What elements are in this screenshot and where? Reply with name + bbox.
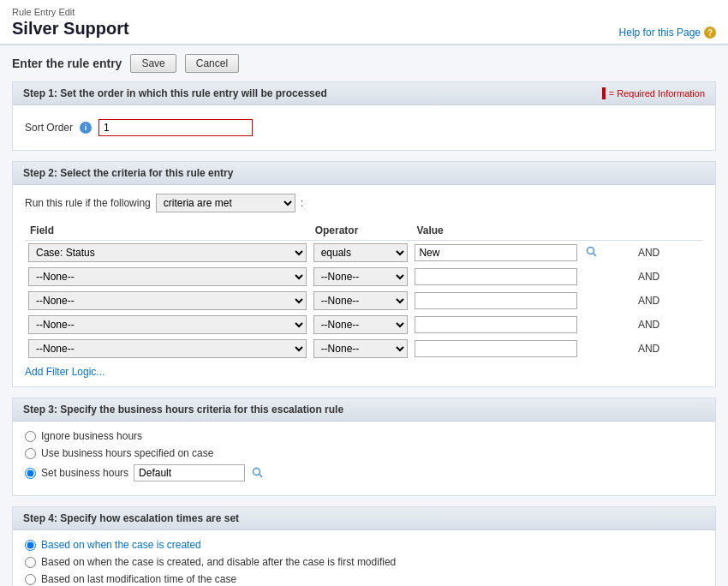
step4-body: Based on when the case is created Based …	[13, 530, 715, 586]
operator-select-1[interactable]: --None--	[313, 267, 409, 286]
col-header-operator: Operator	[310, 221, 412, 241]
business-hours-input[interactable]	[134, 464, 245, 481]
sort-order-info-icon[interactable]: i	[80, 122, 92, 134]
step4-header: Step 4: Specify how escalation times are…	[13, 507, 715, 530]
and-label-4: AND	[635, 343, 659, 355]
col-header-and	[631, 221, 703, 241]
main-content: Enter the rule entry Save Cancel Step 1:…	[0, 45, 728, 586]
operator-select-0[interactable]: equals	[313, 243, 409, 262]
help-link[interactable]: Help for this Page ?	[619, 27, 716, 39]
step3-radio-case: Use business hours specified on case	[25, 447, 703, 459]
and-label-3: AND	[635, 319, 659, 331]
table-row: --None----None--AND	[25, 313, 703, 337]
radio-use-case-business-hours[interactable]	[25, 448, 36, 459]
required-text: = Required Information	[609, 88, 705, 99]
criteria-row: Run this rule if the following criteria …	[25, 194, 703, 212]
svg-point-0	[588, 248, 594, 254]
table-row: Case: Statusequals AND	[25, 241, 703, 266]
step4-radio-created-modified: Based on when the case is created, and d…	[25, 556, 703, 568]
and-label-2: AND	[635, 295, 659, 307]
operator-select-2[interactable]: --None--	[313, 291, 409, 310]
add-filter-logic-link[interactable]: Add Filter Logic...	[25, 366, 104, 378]
radio-based-on-last-modified[interactable]	[25, 574, 36, 585]
step2-header: Step 2: Select the criteria for this rul…	[13, 162, 715, 185]
business-hours-lookup-icon[interactable]	[250, 465, 266, 481]
field-select-0[interactable]: Case: Status	[28, 243, 307, 262]
step4-radio-created: Based on when the case is created	[25, 539, 703, 551]
step2-body: Run this rule if the following criteria …	[13, 185, 715, 386]
field-select-4[interactable]: --None--	[28, 339, 307, 358]
step3-radio-set: Set business hours	[25, 464, 703, 481]
step1-section: Step 1: Set the order in which this rule…	[12, 81, 716, 151]
table-row: --None----None--AND	[25, 289, 703, 313]
top-cancel-button[interactable]: Cancel	[185, 54, 239, 73]
required-info: = Required Information	[602, 87, 705, 99]
lookup-icon-0[interactable]	[584, 244, 600, 260]
step3-body: Ignore business hours Use business hours…	[13, 422, 715, 495]
col-header-value: Value	[411, 221, 581, 241]
table-row: --None----None--AND	[25, 337, 703, 361]
step2-title: Step 2: Select the criteria for this rul…	[23, 167, 233, 179]
step4-section: Step 4: Specify how escalation times are…	[12, 506, 716, 586]
enter-rule-header: Enter the rule entry Save Cancel	[12, 54, 716, 73]
page-header: Rule Entry Edit Silver Support Help for …	[0, 0, 728, 45]
help-text: Help for this Page	[619, 27, 701, 39]
sort-order-input[interactable]	[98, 119, 253, 136]
sort-order-row: Sort Order i	[25, 119, 703, 136]
radio-based-on-created-modified[interactable]	[25, 557, 36, 568]
step2-section: Step 2: Select the criteria for this rul…	[12, 161, 716, 387]
value-input-4[interactable]	[415, 340, 577, 357]
svg-line-1	[594, 254, 597, 257]
col-header-field: Field	[25, 221, 310, 241]
label-based-on-created[interactable]: Based on when the case is created	[41, 539, 201, 551]
field-select-3[interactable]: --None--	[28, 315, 307, 334]
step1-title: Step 1: Set the order in which this rule…	[23, 87, 327, 99]
svg-point-2	[254, 469, 260, 475]
top-save-button[interactable]: Save	[130, 54, 176, 73]
help-icon: ?	[704, 27, 716, 39]
step3-section: Step 3: Specify the business hours crite…	[12, 398, 716, 496]
header-left: Rule Entry Edit Silver Support	[12, 7, 129, 39]
enter-rule-label: Enter the rule entry	[12, 57, 122, 70]
label-use-case-business-hours: Use business hours specified on case	[41, 447, 213, 459]
svg-line-3	[260, 475, 263, 478]
criteria-select[interactable]: criteria are met any criteria are met no…	[156, 194, 295, 212]
label-based-on-last-modified: Based on last modification time of the c…	[41, 573, 236, 585]
value-input-2[interactable]	[415, 292, 577, 309]
step3-radio-ignore: Ignore business hours	[25, 430, 703, 442]
field-select-2[interactable]: --None--	[28, 291, 307, 310]
col-header-lookup	[581, 221, 631, 241]
sort-order-label: Sort Order	[25, 122, 73, 134]
run-label: Run this rule if the following	[25, 197, 151, 209]
step4-title: Step 4: Specify how escalation times are…	[23, 512, 239, 524]
filter-table: Field Operator Value Case: Statusequals …	[25, 221, 703, 361]
label-ignore-business-hours: Ignore business hours	[41, 430, 142, 442]
and-label-1: AND	[635, 271, 659, 283]
step3-title: Step 3: Specify the business hours crite…	[23, 404, 343, 416]
table-row: --None----None--AND	[25, 265, 703, 289]
operator-select-3[interactable]: --None--	[313, 315, 409, 334]
label-based-on-created-modified: Based on when the case is created, and d…	[41, 556, 396, 568]
page-subtitle: Rule Entry Edit	[12, 7, 129, 17]
step4-radio-last-modified: Based on last modification time of the c…	[25, 573, 703, 585]
step1-header: Step 1: Set the order in which this rule…	[13, 82, 715, 105]
radio-ignore-business-hours[interactable]	[25, 431, 36, 442]
page-title: Silver Support	[12, 19, 129, 39]
radio-set-business-hours[interactable]	[25, 468, 36, 479]
criteria-colon: :	[301, 197, 303, 209]
label-set-business-hours: Set business hours	[41, 467, 128, 479]
step3-header: Step 3: Specify the business hours crite…	[13, 398, 715, 422]
value-input-1[interactable]	[415, 268, 577, 285]
operator-select-4[interactable]: --None--	[313, 339, 409, 358]
value-input-0[interactable]	[415, 244, 577, 261]
radio-based-on-created[interactable]	[25, 540, 36, 551]
required-bar	[602, 87, 606, 99]
field-select-1[interactable]: --None--	[28, 267, 307, 286]
step1-body: Sort Order i	[13, 105, 715, 150]
value-input-3[interactable]	[415, 316, 577, 333]
and-label-0: AND	[635, 247, 659, 259]
